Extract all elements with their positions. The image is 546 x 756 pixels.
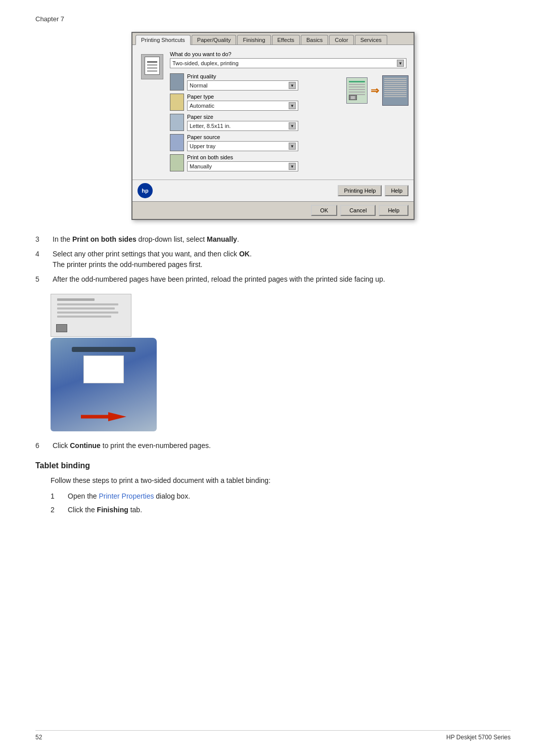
paper-type-value: Automatic: [190, 103, 214, 109]
footer-product-name: HP Deskjet 5700 Series: [446, 734, 511, 741]
what-value: Two-sided, duplex, printing: [172, 60, 239, 66]
print-both-sides-dropdown[interactable]: Manually ▼: [187, 161, 298, 171]
step-5-content: After the odd-numbered pages have been p…: [53, 274, 511, 285]
shortcut-icon: [141, 54, 163, 79]
dialog-help-button[interactable]: Help: [385, 185, 408, 196]
print-both-sides-value: Manually: [190, 163, 212, 169]
paper-type-group: Paper type Automatic ▼: [170, 94, 344, 111]
tablet-step-1-num: 1: [51, 491, 61, 502]
what-label: What do you want to do?: [170, 51, 406, 57]
printing-help-button[interactable]: Printing Help: [338, 185, 382, 196]
tab-finishing[interactable]: Finishing: [237, 35, 270, 45]
paper-type-dropdown[interactable]: Automatic ▼: [187, 101, 298, 111]
printer-properties-link[interactable]: Printer Properties: [99, 492, 154, 500]
paper-line-3: [57, 307, 115, 309]
paper-size-field: Paper size Letter, 8.5x11 in. ▼: [187, 114, 344, 131]
paper-line-1: [57, 298, 95, 301]
step-6-content: Click Continue to print the even-numbere…: [53, 440, 511, 451]
paper-size-value: Letter, 8.5x11 in.: [190, 123, 231, 129]
preview-page-left: [346, 77, 368, 104]
step-3: 3 In the Print on both sides drop-down l…: [35, 234, 511, 245]
tab-services[interactable]: Services: [355, 35, 387, 45]
dialog-inner-footer: hp Printing Help Help: [132, 180, 414, 201]
paper-illustration: [51, 294, 131, 337]
step-4-num: 4: [35, 249, 46, 270]
footer-page-number: 52: [35, 734, 42, 741]
tablet-step-2-num: 2: [51, 505, 61, 515]
tablet-binding-intro: Follow these steps to print a two-sided …: [51, 475, 511, 486]
chapter-label: Chapter 7: [35, 15, 511, 23]
what-dropdown-arrow[interactable]: ▼: [397, 60, 404, 67]
preview-page-right: [382, 75, 408, 106]
print-quality-label: Print quality: [187, 73, 344, 79]
step-5-num: 5: [35, 274, 46, 285]
dialog-main-section: Print quality Normal ▼: [170, 73, 406, 174]
tablet-binding-body: Follow these steps to print a two-sided …: [51, 475, 511, 515]
hp-logo: hp: [138, 183, 153, 198]
dialog-ok-row: OK Cancel Help: [132, 201, 414, 219]
tab-paper-quality[interactable]: Paper/Quality: [192, 35, 237, 45]
printer-slot: [72, 347, 135, 352]
step-3-content: In the Print on both sides drop-down lis…: [53, 234, 511, 245]
what-group: What do you want to do? Two-sided, duple…: [170, 51, 406, 68]
what-dropdown[interactable]: Two-sided, duplex, printing ▼: [170, 58, 406, 68]
tab-printing-shortcuts[interactable]: Printing Shortcuts: [135, 35, 191, 45]
help-button2[interactable]: Help: [379, 205, 408, 216]
dialog-tabs: Printing Shortcuts Paper/Quality Finishi…: [132, 33, 414, 45]
paper-source-dropdown[interactable]: Upper tray ▼: [187, 141, 298, 151]
preview-arrow: ⇒: [371, 84, 379, 97]
dialog-icons-column: [140, 51, 165, 174]
print-quality-icon: [170, 73, 184, 91]
pbs-arrow[interactable]: ▼: [289, 163, 296, 170]
paper-type-field: Paper type Automatic ▼: [187, 94, 344, 111]
paper-size-group: Paper size Letter, 8.5x11 in. ▼: [170, 114, 344, 131]
paper-source-icon: [170, 134, 184, 151]
print-quality-dropdown[interactable]: Normal ▼: [187, 80, 298, 91]
step-3-num: 3: [35, 234, 46, 245]
page-footer: 52 HP Deskjet 5700 Series: [35, 730, 511, 741]
print-dialog: Printing Shortcuts Paper/Quality Finishi…: [131, 32, 415, 220]
paper-type-label: Paper type: [187, 94, 344, 100]
step-4-content: Select any other print settings that you…: [53, 249, 511, 270]
print-both-sides-label: Print on both sides: [187, 154, 344, 160]
red-arrow-icon: [81, 412, 126, 421]
pq-arrow[interactable]: ▼: [289, 82, 296, 89]
step6-list: 6 Click Continue to print the even-numbe…: [35, 440, 511, 451]
paper-size-icon: [170, 114, 184, 131]
paper-type-icon: [170, 94, 184, 111]
illustration-area: [51, 294, 162, 431]
page: Chapter 7 Printing Shortcuts Paper/Quali…: [0, 0, 546, 756]
preview-icons: ⇒: [346, 75, 408, 106]
paper-line-5: [57, 316, 111, 318]
paper-source-group: Paper source Upper tray ▼: [170, 134, 344, 151]
print-both-sides-icon: [170, 154, 184, 171]
ps-arrow[interactable]: ▼: [289, 122, 296, 129]
ok-button[interactable]: OK: [311, 205, 337, 216]
dialog-body: What do you want to do? Two-sided, duple…: [132, 45, 414, 180]
step-4: 4 Select any other print settings that y…: [35, 249, 511, 270]
step-6-num: 6: [35, 440, 46, 451]
paper-line-2: [57, 303, 118, 305]
dialog-preview-area: ⇒: [348, 73, 406, 174]
tab-color[interactable]: Color: [329, 35, 353, 45]
page-left-printer-icon: [349, 95, 357, 100]
pt-arrow[interactable]: ▼: [289, 102, 296, 109]
psrc-arrow[interactable]: ▼: [289, 143, 296, 150]
step-6: 6 Click Continue to print the even-numbe…: [35, 440, 511, 451]
print-quality-field: Print quality Normal ▼: [187, 73, 344, 91]
dialog-left-fields: Print quality Normal ▼: [170, 73, 344, 174]
paper-line-4: [57, 312, 118, 314]
paper-size-dropdown[interactable]: Letter, 8.5x11 in. ▼: [187, 121, 298, 131]
paper-icon: [56, 324, 67, 332]
paper-lines: [51, 294, 131, 322]
print-quality-group: Print quality Normal ▼: [170, 73, 344, 91]
printer-illustration: [51, 338, 157, 431]
tablet-step-1-content: Open the Printer Properties dialog box.: [68, 491, 190, 502]
cancel-button[interactable]: Cancel: [340, 205, 376, 216]
tab-effects[interactable]: Effects: [272, 35, 300, 45]
tablet-step-2: 2 Click the Finishing tab.: [51, 505, 511, 515]
tab-basics[interactable]: Basics: [301, 35, 328, 45]
print-quality-value: Normal: [190, 82, 207, 88]
tablet-step-1: 1 Open the Printer Properties dialog box…: [51, 491, 511, 502]
paper-source-field: Paper source Upper tray ▼: [187, 134, 344, 151]
